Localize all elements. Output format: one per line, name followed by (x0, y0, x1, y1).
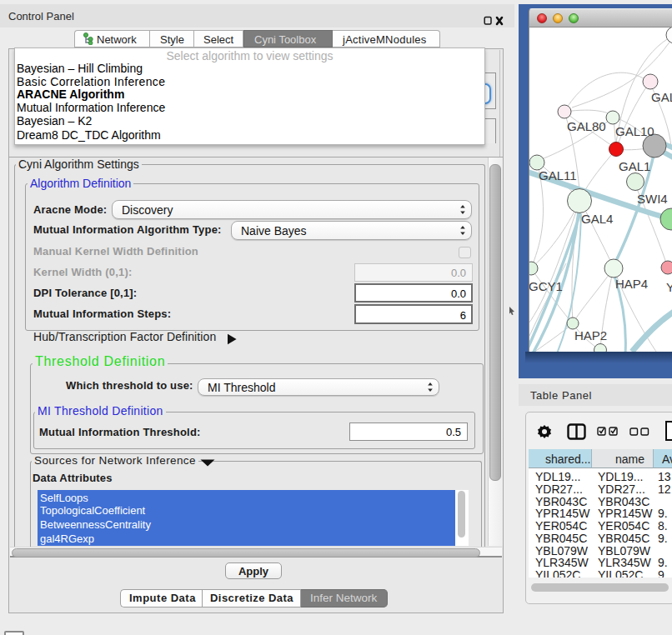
svg-text:GCY1: GCY1 (529, 279, 563, 293)
svg-text:HAP4: HAP4 (615, 277, 648, 291)
svg-text:GAL80: GAL80 (567, 119, 606, 133)
svg-text:GAL11: GAL11 (539, 168, 577, 182)
svg-text:SWI4: SWI4 (637, 192, 668, 206)
svg-text:Y: Y (666, 280, 672, 294)
svg-text:GAL4: GAL4 (581, 212, 613, 226)
svg-text:GAL7: GAL7 (651, 90, 672, 104)
svg-text:GAL1: GAL1 (619, 159, 650, 173)
svg-text:HAP2: HAP2 (574, 328, 607, 342)
svg-text:GAL10: GAL10 (615, 124, 654, 138)
